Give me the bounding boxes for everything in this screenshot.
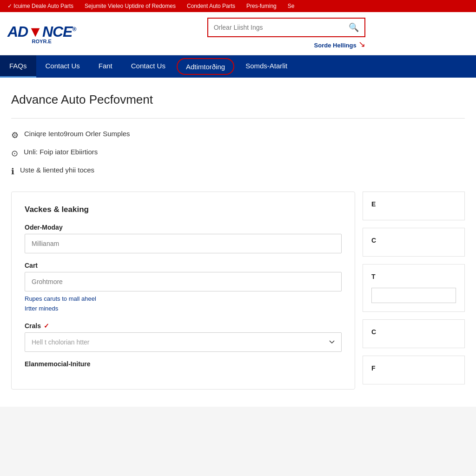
search-area: 🔍 Sorde Hellings ↘ [179,18,365,49]
input-cart[interactable] [25,272,342,291]
required-marker: ✓ [44,322,49,330]
main-content: Advance Auto Pecfovment ⚙ Ciniqre Iento9… [0,78,476,407]
cart-helper-link-2[interactable]: Irtter mineds [25,304,342,314]
search-button[interactable]: 🔍 [343,19,364,36]
feature-list: ⚙ Ciniqre Iento9roum Orler Sumples ⊙ Unl… [11,130,465,177]
divider [11,118,465,119]
promo-item-3: Condent Auto Parts [187,3,235,9]
nav-item-contact-us-1[interactable]: Contact Us [36,55,89,78]
logo-text: AD▼NCE® [7,23,76,40]
label-crals: Crals ✓ [25,322,342,330]
form-group-crals: Crals ✓ Hell t cholorian htter [25,322,342,352]
nav-item-fant[interactable]: Fant [89,55,122,78]
nav-bar: FAQs Contact Us Fant Contact Us Adtimtor… [0,55,476,78]
input-oder-moday[interactable] [25,234,342,253]
feature-item-2: ⊙ Unli: Foip iator Ebiirtiors [11,148,465,159]
label-oder-moday: Oder-Moday [25,224,342,231]
search-helper: Sorde Hellings [314,42,357,49]
form-group-elanmemocial: Elanmemocial-Initure [25,360,342,368]
nav-item-somds[interactable]: Somds-Atarlit [236,55,297,78]
cart-helper-link-1[interactable]: Rupes caruts to mall aheel [25,294,342,304]
cart-helper-links: Rupes caruts to mall aheel Irtter mineds [25,294,342,314]
circle-icon: ⊙ [11,148,18,159]
label-elanmemocial: Elanmemocial-Initure [25,360,342,368]
feature-item-3: ℹ Uste & liented yhii toces [11,166,465,177]
promo-item-2: Sejumite Vieleo Uptidire of Redomes [85,3,176,9]
sidebar-card-f: F [363,356,465,384]
sidebar-card-e: E [363,192,465,220]
info-icon: ℹ [11,166,14,177]
header: AD▼NCE® ROYR.E 🔍 Sorde Hellings ↘ [0,12,476,55]
sidebar-field-t[interactable] [371,288,456,303]
nav-item-adtimtording[interactable]: Adtimtorðing [177,58,234,75]
promo-item-5: Se [288,3,295,9]
sidebar-card-c1: C [363,228,465,257]
sidebar-partial: E C T C F [363,192,465,392]
gear-icon: ⚙ [11,130,19,140]
form-group-cart: Cart Rupes caruts to mall aheel Irtter m… [25,262,342,314]
page-title: Advance Auto Pecfovment [11,93,465,107]
select-crals[interactable]: Hell t cholorian htter [25,332,342,352]
promo-item-4: Pres-fuming [246,3,277,9]
content-layout: Vackes & leaking Oder-Moday Cart Rupes c… [11,192,465,392]
nav-item-faqs[interactable]: FAQs [0,55,36,78]
form-main: Vackes & leaking Oder-Moday Cart Rupes c… [11,192,355,390]
sidebar-card-t: T [363,264,465,312]
nav-item-contact-us-2[interactable]: Contact Us [122,55,175,78]
promo-bar: ✓ Icuime Deale Auto Parts Sejumite Viele… [0,0,476,12]
search-input[interactable] [208,19,343,36]
form-container: Vackes & leaking Oder-Moday Cart Rupes c… [11,192,355,390]
form-section-title: Vackes & leaking [25,205,342,214]
label-cart: Cart [25,262,342,269]
promo-item-1: ✓ Icuime Deale Auto Parts [7,3,73,9]
form-group-oder-moday: Oder-Moday [25,224,342,253]
sidebar-card-c2: C [363,319,465,348]
search-box: 🔍 [207,18,365,37]
feature-item-1: ⚙ Ciniqre Iento9roum Orler Sumples [11,130,465,140]
arrow-icon: ↘ [358,39,365,49]
logo: AD▼NCE® ROYR.E [7,23,76,44]
